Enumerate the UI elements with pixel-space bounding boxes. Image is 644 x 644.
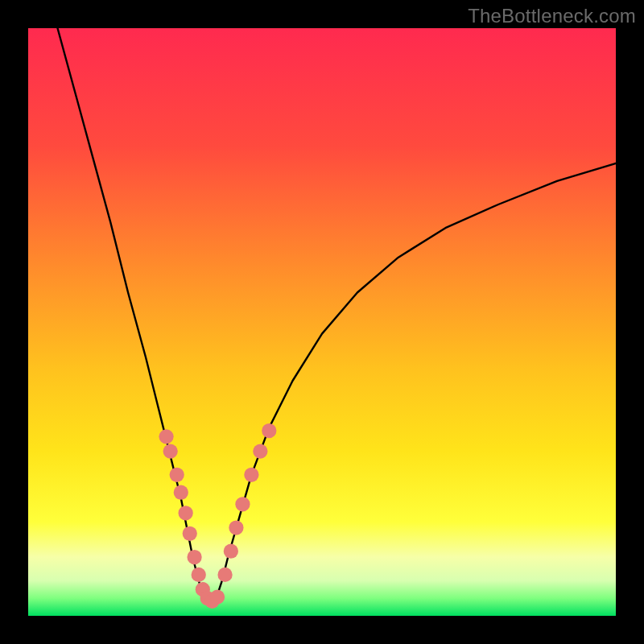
data-marker xyxy=(192,568,206,582)
curve-layer xyxy=(28,28,616,616)
marker-group xyxy=(159,423,276,609)
data-marker xyxy=(253,444,267,458)
data-marker xyxy=(229,520,243,535)
data-marker xyxy=(217,568,232,582)
data-marker xyxy=(210,590,225,605)
data-marker xyxy=(244,468,258,482)
data-marker xyxy=(183,526,197,541)
data-marker xyxy=(224,544,238,559)
data-marker xyxy=(159,429,173,444)
data-marker xyxy=(170,468,184,482)
bottleneck-curve xyxy=(58,28,617,604)
plot-area xyxy=(28,28,616,616)
data-marker xyxy=(235,497,250,511)
chart-frame: TheBottleneck.com xyxy=(0,0,644,644)
data-marker xyxy=(187,550,201,564)
data-marker xyxy=(174,485,188,500)
data-marker xyxy=(163,444,178,458)
data-marker xyxy=(179,506,193,520)
watermark-text: TheBottleneck.com xyxy=(468,5,636,27)
data-marker xyxy=(262,423,276,438)
